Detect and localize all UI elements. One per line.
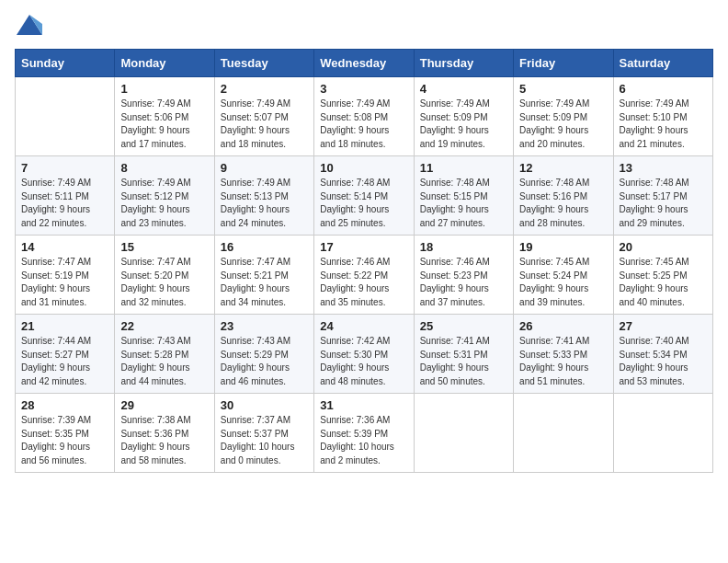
day-info: Sunrise: 7:49 AM Sunset: 5:08 PM Dayligh… bbox=[320, 98, 407, 151]
day-number: 12 bbox=[519, 161, 607, 175]
calendar-cell: 31Sunrise: 7:36 AM Sunset: 5:39 PM Dayli… bbox=[314, 394, 414, 473]
day-number: 7 bbox=[21, 161, 108, 175]
day-info: Sunrise: 7:48 AM Sunset: 5:15 PM Dayligh… bbox=[420, 177, 507, 230]
day-info: Sunrise: 7:47 AM Sunset: 5:21 PM Dayligh… bbox=[221, 256, 308, 309]
day-number: 21 bbox=[21, 319, 108, 333]
day-info: Sunrise: 7:49 AM Sunset: 5:10 PM Dayligh… bbox=[620, 98, 707, 151]
day-info: Sunrise: 7:44 AM Sunset: 5:27 PM Dayligh… bbox=[21, 335, 108, 388]
calendar-cell: 8Sunrise: 7:49 AM Sunset: 5:12 PM Daylig… bbox=[115, 156, 214, 236]
day-info: Sunrise: 7:36 AM Sunset: 5:39 PM Dayligh… bbox=[320, 414, 407, 467]
calendar-cell: 11Sunrise: 7:48 AM Sunset: 5:15 PM Dayli… bbox=[414, 156, 513, 236]
day-number: 5 bbox=[519, 82, 607, 96]
day-number: 22 bbox=[120, 319, 208, 333]
day-info: Sunrise: 7:48 AM Sunset: 5:14 PM Dayligh… bbox=[320, 177, 407, 230]
day-info: Sunrise: 7:49 AM Sunset: 5:11 PM Dayligh… bbox=[21, 177, 108, 230]
calendar-week-row: 1Sunrise: 7:49 AM Sunset: 5:06 PM Daylig… bbox=[16, 77, 713, 156]
day-number: 31 bbox=[320, 398, 407, 412]
calendar-cell: 7Sunrise: 7:49 AM Sunset: 5:11 PM Daylig… bbox=[16, 156, 115, 236]
calendar-cell: 15Sunrise: 7:47 AM Sunset: 5:20 PM Dayli… bbox=[115, 236, 214, 315]
calendar-cell: 21Sunrise: 7:44 AM Sunset: 5:27 PM Dayli… bbox=[16, 315, 115, 394]
calendar-cell: 17Sunrise: 7:46 AM Sunset: 5:22 PM Dayli… bbox=[314, 236, 414, 315]
day-info: Sunrise: 7:49 AM Sunset: 5:07 PM Dayligh… bbox=[221, 98, 308, 151]
day-info: Sunrise: 7:41 AM Sunset: 5:33 PM Dayligh… bbox=[519, 335, 607, 388]
day-number: 17 bbox=[320, 240, 407, 254]
weekday-header-monday: Monday bbox=[115, 50, 214, 77]
day-info: Sunrise: 7:49 AM Sunset: 5:09 PM Dayligh… bbox=[519, 98, 607, 151]
day-number: 2 bbox=[221, 82, 308, 96]
calendar-cell: 5Sunrise: 7:49 AM Sunset: 5:09 PM Daylig… bbox=[514, 77, 613, 156]
calendar-cell: 22Sunrise: 7:43 AM Sunset: 5:28 PM Dayli… bbox=[115, 315, 214, 394]
calendar-week-row: 7Sunrise: 7:49 AM Sunset: 5:11 PM Daylig… bbox=[16, 156, 713, 236]
day-number: 9 bbox=[221, 161, 308, 175]
day-number: 28 bbox=[21, 398, 108, 412]
calendar-cell: 1Sunrise: 7:49 AM Sunset: 5:06 PM Daylig… bbox=[115, 77, 214, 156]
day-info: Sunrise: 7:48 AM Sunset: 5:16 PM Dayligh… bbox=[519, 177, 607, 230]
day-info: Sunrise: 7:41 AM Sunset: 5:31 PM Dayligh… bbox=[420, 335, 507, 388]
day-number: 4 bbox=[420, 82, 507, 96]
day-number: 25 bbox=[420, 319, 507, 333]
weekday-header-wednesday: Wednesday bbox=[314, 50, 414, 77]
calendar-cell: 14Sunrise: 7:47 AM Sunset: 5:19 PM Dayli… bbox=[16, 236, 115, 315]
calendar-cell: 19Sunrise: 7:45 AM Sunset: 5:24 PM Dayli… bbox=[514, 236, 613, 315]
calendar-cell: 12Sunrise: 7:48 AM Sunset: 5:16 PM Dayli… bbox=[514, 156, 613, 236]
weekday-header-saturday: Saturday bbox=[613, 50, 712, 77]
day-info: Sunrise: 7:43 AM Sunset: 5:29 PM Dayligh… bbox=[221, 335, 308, 388]
weekday-header-sunday: Sunday bbox=[16, 50, 115, 77]
calendar-cell: 3Sunrise: 7:49 AM Sunset: 5:08 PM Daylig… bbox=[314, 77, 414, 156]
calendar-cell: 9Sunrise: 7:49 AM Sunset: 5:13 PM Daylig… bbox=[214, 156, 313, 236]
calendar-cell: 16Sunrise: 7:47 AM Sunset: 5:21 PM Dayli… bbox=[214, 236, 313, 315]
day-number: 20 bbox=[620, 240, 707, 254]
day-info: Sunrise: 7:47 AM Sunset: 5:20 PM Dayligh… bbox=[120, 256, 208, 309]
day-info: Sunrise: 7:43 AM Sunset: 5:28 PM Dayligh… bbox=[120, 335, 208, 388]
weekday-header-tuesday: Tuesday bbox=[214, 50, 313, 77]
day-number: 18 bbox=[420, 240, 507, 254]
day-number: 23 bbox=[221, 319, 308, 333]
calendar-cell: 13Sunrise: 7:48 AM Sunset: 5:17 PM Dayli… bbox=[613, 156, 712, 236]
day-info: Sunrise: 7:42 AM Sunset: 5:30 PM Dayligh… bbox=[320, 335, 407, 388]
day-number: 3 bbox=[320, 82, 407, 96]
calendar-cell: 23Sunrise: 7:43 AM Sunset: 5:29 PM Dayli… bbox=[214, 315, 313, 394]
calendar-cell: 29Sunrise: 7:38 AM Sunset: 5:36 PM Dayli… bbox=[115, 394, 214, 473]
calendar-cell: 10Sunrise: 7:48 AM Sunset: 5:14 PM Dayli… bbox=[314, 156, 414, 236]
day-number: 8 bbox=[120, 161, 208, 175]
calendar-table: SundayMondayTuesdayWednesdayThursdayFrid… bbox=[15, 49, 713, 473]
calendar-header-row: SundayMondayTuesdayWednesdayThursdayFrid… bbox=[16, 50, 713, 77]
day-number: 10 bbox=[320, 161, 407, 175]
day-number: 30 bbox=[221, 398, 308, 412]
logo-wordmark bbox=[15, 15, 42, 40]
day-number: 24 bbox=[320, 319, 407, 333]
calendar-cell: 24Sunrise: 7:42 AM Sunset: 5:30 PM Dayli… bbox=[314, 315, 414, 394]
weekday-header-friday: Friday bbox=[514, 50, 613, 77]
day-info: Sunrise: 7:49 AM Sunset: 5:13 PM Dayligh… bbox=[221, 177, 308, 230]
day-info: Sunrise: 7:49 AM Sunset: 5:06 PM Dayligh… bbox=[120, 98, 208, 151]
calendar-cell: 6Sunrise: 7:49 AM Sunset: 5:10 PM Daylig… bbox=[613, 77, 712, 156]
calendar-cell: 25Sunrise: 7:41 AM Sunset: 5:31 PM Dayli… bbox=[414, 315, 513, 394]
calendar-cell bbox=[514, 394, 613, 473]
day-number: 13 bbox=[620, 161, 707, 175]
calendar-cell: 26Sunrise: 7:41 AM Sunset: 5:33 PM Dayli… bbox=[514, 315, 613, 394]
logo-icon bbox=[17, 15, 42, 35]
day-number: 14 bbox=[21, 240, 108, 254]
day-number: 19 bbox=[519, 240, 607, 254]
day-number: 16 bbox=[221, 240, 308, 254]
day-info: Sunrise: 7:49 AM Sunset: 5:12 PM Dayligh… bbox=[120, 177, 208, 230]
day-info: Sunrise: 7:38 AM Sunset: 5:36 PM Dayligh… bbox=[120, 414, 208, 467]
calendar-cell: 18Sunrise: 7:46 AM Sunset: 5:23 PM Dayli… bbox=[414, 236, 513, 315]
calendar-cell: 30Sunrise: 7:37 AM Sunset: 5:37 PM Dayli… bbox=[214, 394, 313, 473]
calendar-cell bbox=[16, 77, 115, 156]
day-number: 26 bbox=[519, 319, 607, 333]
day-info: Sunrise: 7:45 AM Sunset: 5:24 PM Dayligh… bbox=[519, 256, 607, 309]
calendar-cell: 28Sunrise: 7:39 AM Sunset: 5:35 PM Dayli… bbox=[16, 394, 115, 473]
calendar-cell: 27Sunrise: 7:40 AM Sunset: 5:34 PM Dayli… bbox=[613, 315, 712, 394]
weekday-header-thursday: Thursday bbox=[414, 50, 513, 77]
day-info: Sunrise: 7:45 AM Sunset: 5:25 PM Dayligh… bbox=[620, 256, 707, 309]
day-info: Sunrise: 7:47 AM Sunset: 5:19 PM Dayligh… bbox=[21, 256, 108, 309]
calendar-week-row: 28Sunrise: 7:39 AM Sunset: 5:35 PM Dayli… bbox=[16, 394, 713, 473]
day-info: Sunrise: 7:48 AM Sunset: 5:17 PM Dayligh… bbox=[620, 177, 707, 230]
calendar-cell bbox=[613, 394, 712, 473]
day-info: Sunrise: 7:46 AM Sunset: 5:23 PM Dayligh… bbox=[420, 256, 507, 309]
logo bbox=[15, 15, 42, 40]
day-number: 6 bbox=[620, 82, 707, 96]
day-number: 1 bbox=[120, 82, 208, 96]
calendar-cell bbox=[414, 394, 513, 473]
